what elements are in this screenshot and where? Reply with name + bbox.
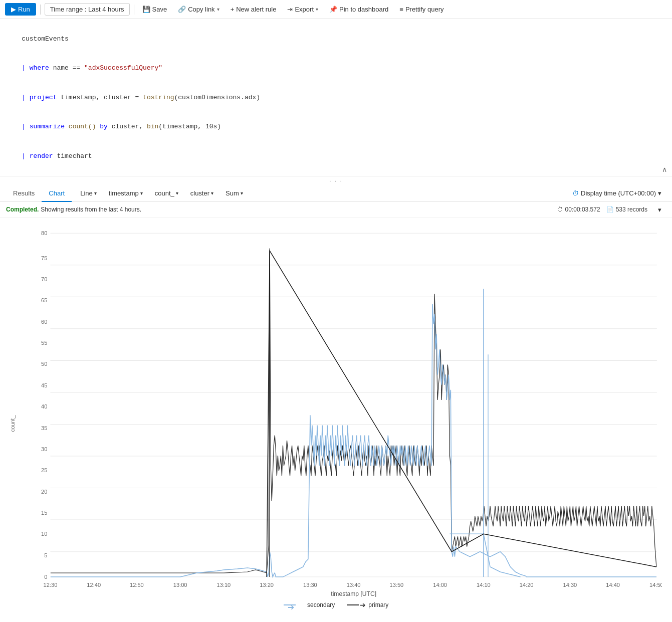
svg-text:14:10: 14:10 [477, 582, 491, 588]
chart-legend: ➔ secondary ➔ primary [0, 601, 672, 609]
time-range-label: Time range : Last 4 hours [50, 6, 124, 13]
status-bar: Completed. Showing results from the last… [0, 202, 672, 218]
svg-text:10: 10 [41, 531, 47, 537]
secondary-series [50, 304, 656, 577]
pin-dashboard-label: Pin to dashboard [339, 6, 388, 13]
svg-text:45: 45 [41, 382, 47, 388]
chart-type-button[interactable]: Line ▾ [76, 187, 101, 199]
svg-text:12:30: 12:30 [44, 582, 58, 588]
svg-text:13:00: 13:00 [173, 582, 187, 588]
status-completed: Completed. [6, 206, 39, 213]
cluster-label: cluster [190, 189, 209, 197]
svg-text:13:50: 13:50 [390, 582, 404, 588]
tab-chart[interactable]: Chart [42, 185, 72, 202]
copy-link-button[interactable]: 🔗 Copy link ▾ [174, 4, 223, 15]
line-label: Line [80, 189, 93, 197]
time-range-button[interactable]: Time range : Last 4 hours [45, 3, 130, 16]
svg-text:14:30: 14:30 [563, 582, 577, 588]
y-axis-label: count_ [10, 415, 16, 432]
run-button[interactable]: ▶ Run [5, 3, 36, 16]
secondary-label: secondary [307, 601, 335, 608]
toolbar: ▶ Run Time range : Last 4 hours 💾 Save 🔗… [0, 0, 672, 19]
query-line-5: | render timechart [6, 141, 666, 171]
prettify-button[interactable]: ≡ Prettify query [395, 4, 447, 15]
records-value: 533 records [616, 206, 647, 213]
chevron-down-icon-2: ▾ [316, 7, 318, 12]
save-label: Save [152, 6, 167, 13]
status-duration: ⏱ 00:00:03.572 [557, 206, 600, 213]
x-axis-label: timestamp [UTC] [331, 590, 376, 597]
new-alert-label: New alert rule [236, 6, 276, 13]
status-showing: Showing results from the last 4 hours. [41, 206, 141, 213]
save-button[interactable]: 💾 Save [138, 4, 171, 15]
primary-line-icon [347, 604, 359, 605]
save-icon: 💾 [142, 6, 150, 13]
chart-area: count_ [0, 218, 672, 623]
chart-svg: 0 5 10 15 20 25 30 35 40 45 50 55 60 65 … [25, 223, 662, 597]
copy-link-label: Copy link [188, 6, 214, 13]
sum-button[interactable]: Sum ▾ [221, 187, 248, 199]
svg-text:13:10: 13:10 [217, 582, 231, 588]
svg-text:50: 50 [41, 361, 47, 367]
svg-text:40: 40 [41, 403, 47, 409]
svg-text:13:30: 13:30 [303, 582, 317, 588]
export-label: Export [295, 6, 314, 13]
y-axis-labels: 0 5 10 15 20 25 30 35 40 45 50 55 60 65 … [41, 230, 47, 580]
svg-text:15: 15 [41, 510, 47, 516]
svg-text:14:00: 14:00 [433, 582, 447, 588]
svg-text:55: 55 [41, 340, 47, 346]
svg-text:35: 35 [41, 425, 47, 431]
x-axis-labels: 12:30 12:40 12:50 13:00 13:10 13:20 13:3… [44, 582, 662, 588]
plus-icon: + [231, 6, 235, 13]
sum-label: Sum [226, 189, 239, 197]
svg-text:25: 25 [41, 467, 47, 473]
query-editor[interactable]: customEvents | where name == "adxSuccess… [0, 19, 672, 176]
separator-2 [134, 5, 134, 15]
svg-rect-0 [50, 223, 656, 582]
query-line-3: | project timestamp, cluster = tostring(… [6, 83, 666, 112]
chart-inner: 0 5 10 15 20 25 30 35 40 45 50 55 60 65 … [25, 223, 662, 597]
secondary-line-icon: ➔ [284, 604, 296, 605]
svg-text:65: 65 [41, 297, 47, 303]
svg-text:70: 70 [41, 276, 47, 282]
query-line-2: | where name == "adxSuccessfulQuery" [6, 54, 666, 83]
sum-chevron-icon: ▾ [241, 190, 243, 196]
chevron-down-icon: ▾ [217, 7, 219, 12]
query-line-4: | summarize count() by cluster, bin(time… [6, 112, 666, 142]
timestamp-label: timestamp [109, 189, 139, 197]
timestamp-button[interactable]: timestamp ▾ [104, 187, 147, 199]
query-line-1: customEvents [6, 24, 666, 54]
svg-text:13:40: 13:40 [347, 582, 361, 588]
display-time-button[interactable]: ⏱ Display time (UTC+00:00) ▾ [568, 187, 666, 199]
count-chevron-icon: ▾ [176, 190, 178, 196]
export-button[interactable]: ⇥ Export ▾ [283, 4, 322, 15]
pin-icon: 📌 [329, 6, 337, 13]
display-time-label: Display time (UTC+00:00) [581, 189, 656, 197]
svg-text:75: 75 [41, 255, 47, 261]
expand-status-button[interactable]: ▾ [653, 204, 666, 216]
tab-results[interactable]: Results [6, 185, 42, 202]
primary-label: primary [368, 601, 388, 608]
svg-text:12:40: 12:40 [87, 582, 101, 588]
time-chevron-icon: ▾ [658, 189, 661, 197]
chart-controls: Line ▾ timestamp ▾ count_ ▾ cluster ▾ Su… [76, 187, 248, 199]
count-button[interactable]: count_ ▾ [150, 187, 183, 199]
svg-text:30: 30 [41, 446, 47, 452]
pin-dashboard-button[interactable]: 📌 Pin to dashboard [325, 4, 392, 15]
cluster-button[interactable]: cluster ▾ [186, 187, 218, 199]
timestamp-chevron-icon: ▾ [140, 190, 143, 196]
svg-text:20: 20 [41, 488, 47, 494]
status-right: ⏱ 00:00:03.572 📄 533 records ▾ [557, 204, 666, 216]
count-label: count_ [155, 189, 174, 197]
svg-text:60: 60 [41, 318, 47, 324]
status-left: Completed. Showing results from the last… [6, 206, 141, 213]
new-alert-button[interactable]: + New alert rule [227, 4, 281, 15]
svg-text:13:20: 13:20 [260, 582, 274, 588]
separator-1 [40, 5, 41, 15]
svg-text:0: 0 [44, 574, 47, 580]
legend-primary: ➔ primary [347, 601, 388, 609]
collapse-button[interactable]: ∧ [662, 165, 667, 173]
primary-envelope [267, 251, 656, 577]
svg-text:12:50: 12:50 [130, 582, 144, 588]
export-icon: ⇥ [287, 6, 293, 13]
